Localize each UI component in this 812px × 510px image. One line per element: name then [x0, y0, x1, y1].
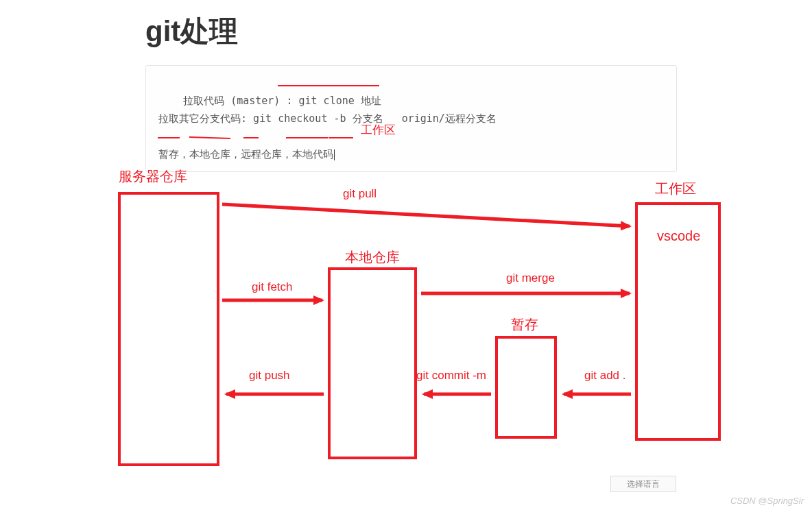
label-local-repo: 本地仓库 — [345, 248, 400, 267]
select-language-button[interactable]: 选择语言 — [610, 476, 676, 492]
page-root: git处理 拉取代码 (master) : git clone 地址 拉取其它分… — [0, 0, 812, 510]
underline-extra — [329, 137, 353, 138]
label-stage: 暂存 — [511, 315, 538, 334]
label-git-push: git push — [249, 369, 290, 382]
label-workspace-inline: 工作区 — [361, 122, 396, 138]
text-cursor — [334, 149, 335, 160]
box-local-repo — [328, 267, 417, 459]
label-workspace: 工作区 — [655, 180, 696, 198]
label-git-add: git add . — [584, 369, 626, 382]
box-server-repo — [118, 192, 219, 466]
code-line3: 暂存，本地仓库，远程仓库，本地代码 — [158, 148, 333, 160]
watermark: CSDN @SpringSir — [730, 496, 804, 506]
code-block: 拉取代码 (master) : git clone 地址 拉取其它分支代码: g… — [145, 65, 677, 172]
underline-git-clone — [278, 85, 379, 86]
label-git-fetch: git fetch — [252, 280, 293, 294]
label-git-commit: git commit -m — [416, 369, 486, 382]
underline-yuancheng — [243, 137, 259, 138]
box-stage — [495, 336, 557, 439]
code-line1-label: 拉取代码 (master) : — [183, 95, 292, 107]
underline-zancun — [158, 137, 180, 138]
box-workspace — [635, 202, 721, 441]
label-git-merge: git merge — [506, 271, 555, 285]
label-server-repo: 服务器仓库 — [119, 167, 187, 186]
svg-line-0 — [222, 204, 630, 226]
underline-bendidaima — [286, 137, 329, 138]
code-line1-cmd: git clone 地址 — [299, 95, 381, 107]
page-title: git处理 — [145, 12, 238, 51]
code-line2: 拉取其它分支代码: git checkout -b 分支名 origin/远程分… — [158, 112, 497, 125]
label-git-pull: git pull — [343, 187, 377, 201]
